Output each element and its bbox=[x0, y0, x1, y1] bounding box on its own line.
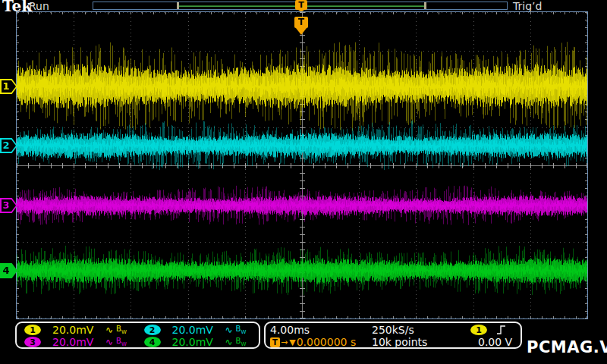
ch4-badge: 4 bbox=[144, 337, 161, 347]
trigger-position-marker[interactable]: T bbox=[294, 17, 308, 28]
ch3-position-marker[interactable]: 3 bbox=[0, 198, 17, 213]
record-length-readout: 10k points bbox=[372, 336, 460, 348]
ac-coupling-icon: ∿ bbox=[105, 337, 113, 347]
ch4-position-marker[interactable]: 4 bbox=[0, 263, 17, 278]
horizontal-trigger-readout-box: 4.00ms 250kS/s 1 T→▼0.000000 s 10k point… bbox=[264, 322, 522, 349]
record-window-bracket-right bbox=[424, 2, 426, 9]
waveform-display bbox=[17, 12, 587, 318]
ch1-badge: 1 bbox=[24, 325, 41, 335]
trigger-t-icon: T bbox=[270, 337, 280, 347]
ch3-marker-label: 3 bbox=[0, 199, 12, 212]
ac-coupling-icon: ∿ bbox=[225, 337, 233, 347]
ch4-marker-label: 4 bbox=[0, 264, 12, 278]
ch1-readout[interactable]: 1 20.0mV ∿BW bbox=[18, 324, 138, 336]
ch1-marker-label: 1 bbox=[0, 80, 12, 93]
rising-edge-icon bbox=[496, 325, 506, 335]
bandwidth-limit-icon: BW bbox=[236, 337, 247, 347]
right-arrow-icon: → bbox=[281, 337, 288, 347]
ac-coupling-icon: ∿ bbox=[225, 325, 233, 335]
timebase-readout[interactable]: 4.00ms bbox=[270, 324, 372, 336]
ch2-position-marker[interactable]: 2 bbox=[0, 138, 17, 153]
trigger-record-marker[interactable]: T bbox=[295, 0, 307, 10]
trigger-source-badge: 1 bbox=[470, 325, 487, 335]
graticule: T bbox=[16, 11, 588, 319]
acquisition-state: Run bbox=[29, 0, 49, 12]
ch1-position-marker[interactable]: 1 bbox=[0, 79, 17, 94]
ac-coupling-icon: ∿ bbox=[105, 325, 113, 335]
pcmag-watermark: PCMAG.VN bbox=[527, 338, 607, 356]
ch4-scale: 20.0mV bbox=[172, 336, 218, 348]
channel-readout-box: 1 20.0mV ∿BW 2 20.0mV ∿BW 3 20.0mV ∿BW 4… bbox=[15, 322, 260, 349]
ch3-scale: 20.0mV bbox=[52, 336, 98, 348]
trigger-position-readout[interactable]: T→▼0.000000 s bbox=[270, 336, 372, 348]
down-triangle-icon: ▼ bbox=[289, 337, 295, 347]
ch1-scale: 20.0mV bbox=[52, 324, 98, 336]
ch3-readout[interactable]: 3 20.0mV ∿BW bbox=[18, 336, 138, 348]
bandwidth-limit-icon: BW bbox=[116, 325, 127, 335]
ch3-badge: 3 bbox=[24, 337, 41, 347]
bandwidth-limit-icon: BW bbox=[116, 337, 127, 347]
ch2-badge: 2 bbox=[144, 325, 161, 335]
trigger-status: Trig’d bbox=[513, 0, 542, 12]
sample-rate-readout: 250kS/s bbox=[372, 324, 460, 336]
ch2-marker-label: 2 bbox=[0, 139, 12, 152]
bandwidth-limit-icon: BW bbox=[236, 325, 247, 335]
ch2-scale: 20.0mV bbox=[172, 324, 218, 336]
trigger-source-readout[interactable]: 1 bbox=[460, 324, 516, 336]
ch4-readout[interactable]: 4 20.0mV ∿BW bbox=[138, 336, 258, 348]
ch2-readout[interactable]: 2 20.0mV ∿BW bbox=[138, 324, 258, 336]
trigger-level-readout[interactable]: 0.00 V bbox=[460, 336, 516, 348]
